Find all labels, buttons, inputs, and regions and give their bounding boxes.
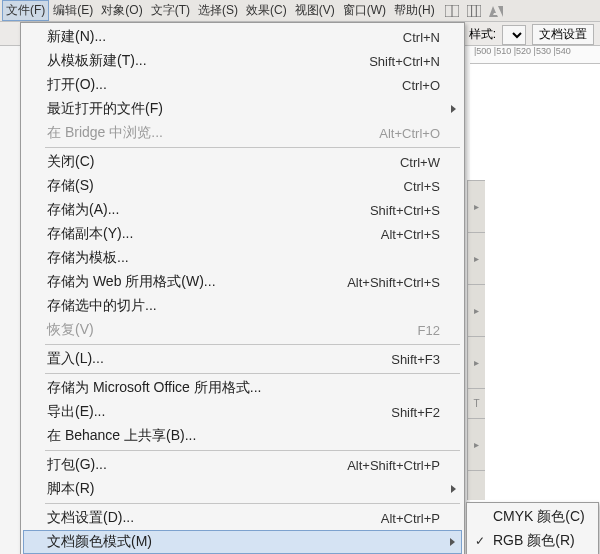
color-mode-item-1[interactable]: ✓RGB 颜色(R)	[469, 529, 596, 553]
panel-tab[interactable]: ▸	[468, 337, 485, 389]
menu-item-13: 恢复(V)F12	[23, 318, 462, 342]
menu-item-6[interactable]: 关闭(C)Ctrl+W	[23, 150, 462, 174]
menu-item-shortcut: Shift+F3	[391, 352, 440, 367]
checkmark-icon: ✓	[475, 534, 485, 548]
menu-item-shortcut: Alt+Ctrl+P	[381, 511, 440, 526]
menu-item-label: 从模板新建(T)...	[47, 52, 147, 70]
menu-item-shortcut: Shift+Ctrl+S	[370, 203, 440, 218]
menu-item-10[interactable]: 存储为模板...	[23, 246, 462, 270]
menu-item-label: 在 Behance 上共享(B)...	[47, 427, 196, 445]
menu-item-label: 存储为 Microsoft Office 所用格式...	[47, 379, 261, 397]
horizontal-ruler: |500 |510 |520 |530 |540	[470, 46, 600, 64]
menu-item-4: 在 Bridge 中浏览...Alt+Ctrl+O	[23, 121, 462, 145]
layout-icon[interactable]	[443, 2, 461, 20]
menubar-item-edit[interactable]: 编辑(E)	[49, 0, 97, 21]
right-panel-edge: ▸ ▸ ▸ ▸ T ▸	[467, 180, 485, 500]
menu-item-label: 脚本(R)	[47, 480, 94, 498]
menu-item-shortcut: Ctrl+S	[404, 179, 440, 194]
menubar-item-type[interactable]: 文字(T)	[147, 0, 194, 21]
file-menu: 新建(N)...Ctrl+N从模板新建(T)...Shift+Ctrl+N打开(…	[20, 22, 465, 554]
submenu-item-label: RGB 颜色(R)	[493, 532, 575, 550]
menu-separator	[45, 344, 460, 345]
menu-item-label: 新建(N)...	[47, 28, 106, 46]
menu-item-label: 打包(G)...	[47, 456, 107, 474]
menu-item-shortcut: Alt+Shift+Ctrl+S	[347, 275, 440, 290]
panel-tab[interactable]: ▸	[468, 233, 485, 285]
menu-item-shortcut: Shift+F2	[391, 405, 440, 420]
menu-item-18[interactable]: 导出(E)...Shift+F2	[23, 400, 462, 424]
menu-item-label: 存储为模板...	[47, 249, 129, 267]
canvas[interactable]	[470, 64, 600, 554]
menubar-item-effect[interactable]: 效果(C)	[242, 0, 291, 21]
menu-item-11[interactable]: 存储为 Web 所用格式(W)...Alt+Shift+Ctrl+S	[23, 270, 462, 294]
menu-item-25[interactable]: 文档颜色模式(M)	[23, 530, 462, 554]
adobe-icon[interactable]	[487, 2, 505, 20]
menu-item-shortcut: Alt+Ctrl+S	[381, 227, 440, 242]
panel-tab[interactable]: ▸	[468, 419, 485, 471]
doc-setup-button[interactable]: 文档设置	[532, 24, 594, 45]
menu-item-label: 恢复(V)	[47, 321, 94, 339]
menu-item-15[interactable]: 置入(L)...Shift+F3	[23, 347, 462, 371]
menu-item-label: 存储副本(Y)...	[47, 225, 133, 243]
menu-item-12[interactable]: 存储选中的切片...	[23, 294, 462, 318]
chevron-right-icon	[450, 538, 455, 546]
menu-item-21[interactable]: 打包(G)...Alt+Shift+Ctrl+P	[23, 453, 462, 477]
menu-separator	[45, 450, 460, 451]
menu-item-shortcut: Shift+Ctrl+N	[369, 54, 440, 69]
submenu-item-label: CMYK 颜色(C)	[493, 508, 585, 526]
menu-item-label: 存储为(A)...	[47, 201, 119, 219]
menu-item-label: 存储选中的切片...	[47, 297, 157, 315]
menu-item-19[interactable]: 在 Behance 上共享(B)...	[23, 424, 462, 448]
menubar-item-help[interactable]: 帮助(H)	[390, 0, 439, 21]
menu-item-label: 最近打开的文件(F)	[47, 100, 163, 118]
menu-item-3[interactable]: 最近打开的文件(F)	[23, 97, 462, 121]
color-mode-submenu: CMYK 颜色(C)✓RGB 颜色(R)	[466, 502, 599, 554]
grid-icon[interactable]	[465, 2, 483, 20]
menu-item-shortcut: Ctrl+N	[403, 30, 440, 45]
menu-item-1[interactable]: 从模板新建(T)...Shift+Ctrl+N	[23, 49, 462, 73]
panel-tab[interactable]: ▸	[468, 285, 485, 337]
menubar-item-window[interactable]: 窗口(W)	[339, 0, 390, 21]
chevron-right-icon	[451, 485, 456, 493]
menu-item-2[interactable]: 打开(O)...Ctrl+O	[23, 73, 462, 97]
menu-item-shortcut: F12	[418, 323, 440, 338]
menu-item-22[interactable]: 脚本(R)	[23, 477, 462, 501]
menubar: 文件(F) 编辑(E) 对象(O) 文字(T) 选择(S) 效果(C) 视图(V…	[0, 0, 600, 22]
menu-item-label: 文档设置(D)...	[47, 509, 134, 527]
panel-tab[interactable]: ▸	[468, 181, 485, 233]
panel-tab[interactable]: T	[468, 389, 485, 419]
style-label: 样式:	[469, 26, 496, 43]
menu-item-label: 文档颜色模式(M)	[47, 533, 152, 551]
menu-item-label: 导出(E)...	[47, 403, 105, 421]
menu-item-shortcut: Alt+Ctrl+O	[379, 126, 440, 141]
menubar-item-file[interactable]: 文件(F)	[2, 0, 49, 21]
menu-separator	[45, 373, 460, 374]
menu-item-17[interactable]: 存储为 Microsoft Office 所用格式...	[23, 376, 462, 400]
menu-item-label: 打开(O)...	[47, 76, 107, 94]
menubar-item-select[interactable]: 选择(S)	[194, 0, 242, 21]
color-mode-item-0[interactable]: CMYK 颜色(C)	[469, 505, 596, 529]
menu-item-label: 置入(L)...	[47, 350, 104, 368]
menu-item-shortcut: Alt+Shift+Ctrl+P	[347, 458, 440, 473]
style-dropdown[interactable]	[502, 25, 526, 45]
menu-item-shortcut: Ctrl+W	[400, 155, 440, 170]
svg-rect-2	[467, 5, 481, 17]
menu-item-label: 关闭(C)	[47, 153, 94, 171]
menu-item-9[interactable]: 存储副本(Y)...Alt+Ctrl+S	[23, 222, 462, 246]
menu-item-8[interactable]: 存储为(A)...Shift+Ctrl+S	[23, 198, 462, 222]
menu-item-label: 存储(S)	[47, 177, 94, 195]
menu-item-shortcut: Ctrl+O	[402, 78, 440, 93]
menubar-item-object[interactable]: 对象(O)	[97, 0, 146, 21]
menu-item-label: 存储为 Web 所用格式(W)...	[47, 273, 216, 291]
menubar-item-view[interactable]: 视图(V)	[291, 0, 339, 21]
menu-separator	[45, 147, 460, 148]
menu-item-7[interactable]: 存储(S)Ctrl+S	[23, 174, 462, 198]
menu-item-label: 在 Bridge 中浏览...	[47, 124, 163, 142]
menu-item-24[interactable]: 文档设置(D)...Alt+Ctrl+P	[23, 506, 462, 530]
chevron-right-icon	[451, 105, 456, 113]
menu-item-0[interactable]: 新建(N)...Ctrl+N	[23, 25, 462, 49]
menu-separator	[45, 503, 460, 504]
